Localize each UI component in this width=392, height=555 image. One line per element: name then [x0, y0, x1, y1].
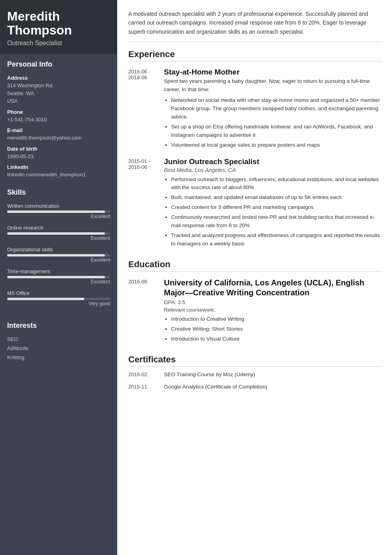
edu-course-3: Introduction to Visual Culture	[171, 335, 382, 343]
candidate-name: Meredith Thompson	[7, 10, 110, 37]
personal-info-section: Personal Info Address 314 Washington Rd.…	[0, 54, 117, 182]
sidebar: Meredith Thompson Outreach Specialist Pe…	[0, 0, 117, 555]
main-content: A motivated outreach specialist with 2 y…	[117, 0, 392, 555]
linkedin-label: LinkedIn	[7, 164, 110, 170]
certificates-heading: Certificates	[128, 354, 382, 367]
cert-name-seo: SEO Training Course by Moz (Udemy)	[164, 371, 382, 379]
exp-bullet-jos-4: Continuously researched and tested new P…	[171, 213, 382, 230]
skill-online-research: Online research Excellent	[7, 225, 110, 241]
exp-entry-sahm: 2016-06 -2018-06 Stay-at-Home Mother Spe…	[128, 68, 382, 151]
cert-name-ga: Google Analytics (Certificate of Complet…	[164, 383, 382, 391]
edu-entry-ucla: 2016-06 University of California, Los An…	[128, 278, 382, 345]
dob-value: 1990-05-23	[7, 153, 110, 161]
exp-bullet-jos-1: Performed outreach to bloggers, influenc…	[171, 176, 382, 192]
skills-section: Skills Written communication Excellent O…	[0, 182, 117, 315]
exp-title-sahm: Stay-at-Home Mother	[164, 68, 382, 77]
exp-bullets-sahm: Networked on social media with other sta…	[164, 96, 382, 149]
skill-organizational: Organizational skills Excellent	[7, 247, 110, 263]
edu-course-2: Creative Writing: Short Stories	[171, 325, 382, 333]
address-value: 314 Washington Rd.Seattle, WAUSA	[7, 82, 110, 105]
edu-gpa: GPA: 3.5	[164, 299, 382, 305]
email-label: E-mail	[7, 127, 110, 133]
dob-label: Date of birth	[7, 146, 110, 152]
phone-value: +1-541-754-3010	[7, 116, 110, 124]
edu-coursework-list: Introduction to Creative Writing Creativ…	[164, 315, 382, 343]
skill-written-communication: Written communication Excellent	[7, 203, 110, 219]
candidate-title: Outreach Specialist	[7, 40, 110, 47]
interests-heading: Interests	[7, 322, 110, 331]
experience-heading: Experience	[128, 49, 382, 61]
skill-ms-office: MS Office Very good	[7, 290, 110, 306]
education-heading: Education	[128, 259, 382, 272]
sidebar-header: Meredith Thompson Outreach Specialist	[0, 0, 117, 54]
exp-company-jos: Best Media, Los Angeles, CA	[164, 167, 382, 173]
exp-date-sahm: 2016-06 -2018-06	[128, 68, 164, 151]
edu-content-ucla: University of California, Los Angeles (U…	[164, 278, 382, 345]
exp-bullet-sahm-1: Networked on social media with other sta…	[171, 96, 382, 121]
exp-bullet-sahm-3: Volunteered at local garage sales to pre…	[171, 141, 382, 149]
resume-page: Meredith Thompson Outreach Specialist Pe…	[0, 0, 392, 555]
edu-coursework-label: Relevant coursework:	[164, 307, 382, 313]
cert-date-seo: 2016-02	[128, 371, 164, 379]
interests-section: Interests SEO AdWords Knitting	[0, 315, 117, 367]
cert-entry-ga: 2015-11 Google Analytics (Certificate of…	[128, 383, 382, 391]
exp-content-jos: Junior Outreach Specialist Best Media, L…	[164, 157, 382, 250]
exp-bullet-jos-2: Built, maintained, and updated email dat…	[171, 193, 382, 202]
edu-course-1: Introduction to Creative Writing	[171, 315, 382, 323]
exp-bullets-jos: Performed outreach to bloggers, influenc…	[164, 176, 382, 248]
address-label: Address	[7, 75, 110, 81]
education-section: Education 2016-06 University of Californ…	[128, 259, 382, 345]
skill-time-management: Time-management Excellent	[7, 268, 110, 285]
skills-heading: Skills	[7, 188, 110, 198]
interest-seo: SEO	[7, 336, 110, 342]
email-value: meredith.thompson@yahoo.com	[7, 134, 110, 142]
exp-date-jos: 2015-01 -2016-06	[128, 157, 164, 250]
exp-desc-sahm: Spent two years parenting a baby daughte…	[164, 77, 382, 94]
exp-entry-jos: 2015-01 -2016-06 Junior Outreach Special…	[128, 157, 382, 250]
exp-bullet-sahm-2: Set up a shop on Etsy offering handmade …	[171, 123, 382, 140]
exp-bullet-jos-3: Created content for 3 different PR and m…	[171, 203, 382, 212]
cert-date-ga: 2015-11	[128, 383, 164, 391]
interest-knitting: Knitting	[7, 354, 110, 360]
exp-bullet-jos-5: Tracked and analyzed progress and effect…	[171, 232, 382, 248]
exp-content-sahm: Stay-at-Home Mother Spent two years pare…	[164, 68, 382, 151]
edu-title-ucla: University of California, Los Angeles (U…	[164, 278, 382, 298]
summary-text: A motivated outreach specialist with 2 y…	[128, 10, 382, 42]
exp-title-jos: Junior Outreach Specialist	[164, 157, 382, 166]
experience-section: Experience 2016-06 -2018-06 Stay-at-Home…	[128, 49, 382, 250]
interest-adwords: AdWords	[7, 345, 110, 351]
certificates-section: Certificates 2016-02 SEO Training Course…	[128, 354, 382, 391]
linkedin-value: linkedin.com/meredith_thomphon1	[7, 171, 110, 179]
cert-entry-seo: 2016-02 SEO Training Course by Moz (Udem…	[128, 371, 382, 379]
phone-label: Phone	[7, 109, 110, 115]
personal-info-heading: Personal Info	[7, 60, 110, 70]
edu-date-ucla: 2016-06	[128, 278, 164, 345]
